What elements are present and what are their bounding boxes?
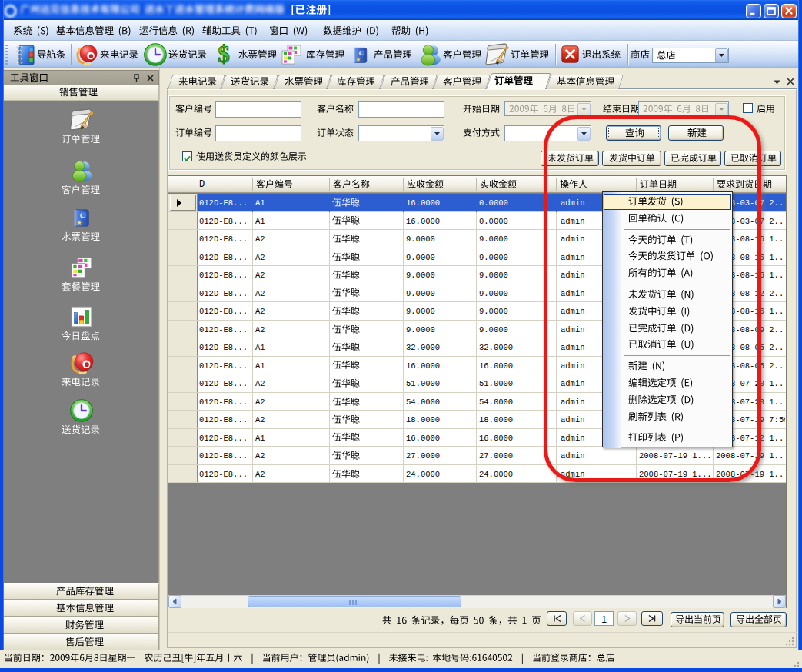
svg-text:$: $ (218, 42, 230, 67)
